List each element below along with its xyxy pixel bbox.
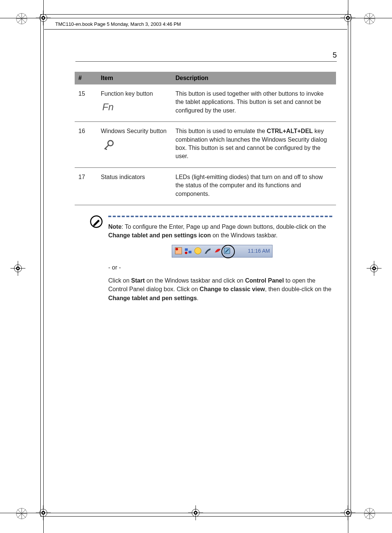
note-paragraph-2: Click on Start on the Windows taskbar an…	[108, 276, 336, 302]
or-separator: - or -	[108, 264, 336, 271]
tray-icon	[213, 247, 221, 255]
b: Change tablet and pen settings	[108, 295, 197, 301]
b: Control Panel	[245, 277, 284, 284]
page-number: 5	[333, 51, 337, 59]
table-row: 17 Status indicators LEDs (light-emittin…	[75, 167, 336, 205]
row-item: Status indicators	[97, 167, 172, 205]
svg-point-64	[195, 247, 201, 254]
table-header-row: # Item Description	[75, 72, 336, 84]
b: Start	[131, 277, 144, 284]
svg-rect-61	[185, 249, 188, 251]
desc-bold: CTRL+ALT+DEL	[267, 128, 313, 134]
callout-circle-icon	[221, 245, 235, 258]
page-header-label: TMC110-en.book Page 5 Monday, March 3, 2…	[55, 21, 181, 27]
note-label: Note	[108, 224, 122, 230]
t: Click on	[108, 277, 131, 284]
svg-line-57	[105, 148, 107, 150]
ink-swatch-icon	[15, 12, 28, 25]
table-row: 16 Windows Security button This button i…	[75, 122, 336, 168]
t: , then double-click on the	[265, 286, 332, 292]
row-desc: This button is used to emulate the CTRL+…	[172, 122, 336, 168]
desc-text: This button is used to emulate the	[175, 128, 267, 134]
note-body: : To configure the Enter, Page up and Pa…	[122, 224, 326, 230]
ink-swatch-icon	[15, 507, 28, 520]
tray-icon	[174, 247, 183, 255]
page-number-rule	[75, 61, 337, 62]
dashed-rule	[108, 216, 332, 217]
svg-point-29	[17, 268, 19, 269]
col-num: #	[75, 72, 97, 84]
row-num: 17	[75, 167, 97, 205]
ink-swatch-icon	[363, 507, 376, 520]
col-item: Item	[97, 72, 172, 84]
note-text: Note: To configure the Enter, Page up an…	[108, 222, 336, 240]
row-item: Windows Security button	[97, 122, 172, 168]
header-rule	[44, 29, 347, 30]
row-num: 16	[75, 122, 97, 168]
b: Change to classic view	[200, 286, 265, 292]
taskbar-clock: 11:16 AM	[248, 248, 270, 254]
registration-mark-icon	[10, 261, 25, 276]
fn-key-icon: Fn	[102, 100, 168, 114]
row-num: 15	[75, 84, 97, 122]
svg-point-34	[373, 268, 375, 269]
taskbar-screenshot: 11:16 AM	[172, 245, 273, 258]
registration-mark-icon	[367, 261, 382, 276]
item-label: Windows Security button	[101, 128, 167, 134]
row-item: Function key button Fn	[97, 84, 172, 122]
page-content: # Item Description 15 Function key butto…	[75, 72, 336, 302]
row-desc: This button is used together with other …	[172, 84, 336, 122]
spec-table: # Item Description 15 Function key butto…	[75, 72, 336, 205]
t: .	[197, 295, 198, 301]
note-body: on the Windows taskbar.	[211, 232, 278, 238]
tray-icon	[203, 247, 212, 255]
tray-icon	[184, 247, 192, 255]
row-desc: LEDs (light-emitting diodes) that turn o…	[172, 167, 336, 205]
note-block: Note: To configure the Enter, Page up an…	[75, 216, 336, 302]
svg-rect-62	[189, 251, 192, 253]
svg-point-55	[108, 141, 113, 146]
key-icon	[103, 139, 168, 152]
svg-point-60	[175, 248, 178, 251]
note-pencil-icon	[90, 215, 103, 228]
table-row: 15 Function key button Fn This button is…	[75, 84, 336, 122]
ink-swatch-icon	[363, 12, 376, 25]
svg-point-63	[185, 252, 187, 254]
t: on the Windows taskbar and click on	[145, 277, 245, 284]
item-label: Function key button	[101, 90, 153, 97]
tray-icon	[194, 247, 202, 255]
note-bold: Change tablet and pen settings icon	[108, 232, 211, 238]
col-desc: Description	[172, 72, 336, 84]
